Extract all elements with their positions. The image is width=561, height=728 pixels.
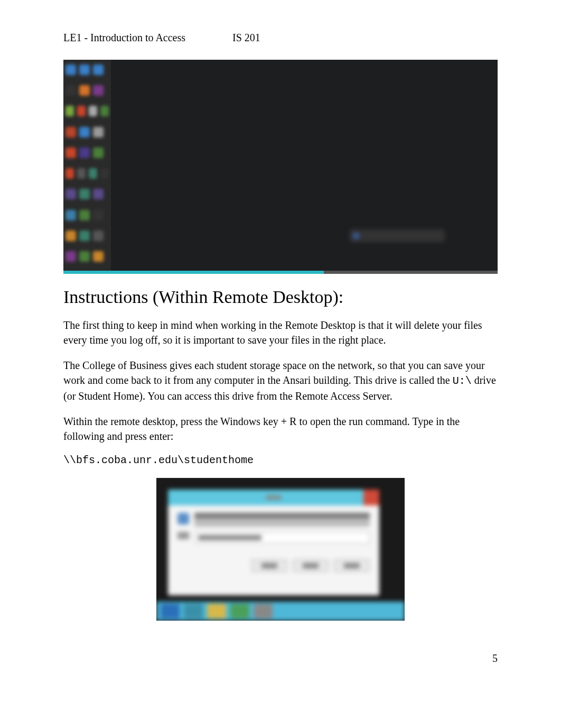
app-icon	[93, 64, 104, 75]
app-icon	[79, 85, 90, 96]
paragraph-2: The College of Business gives each stude…	[63, 358, 498, 403]
app-icon	[100, 168, 109, 179]
app-icon	[79, 64, 90, 75]
app-icon	[89, 106, 97, 116]
app-icon	[66, 85, 76, 96]
run-titlebar	[168, 490, 379, 505]
app-icon	[66, 210, 76, 220]
app-icon	[79, 251, 90, 262]
app-icon	[66, 251, 76, 262]
app-icon	[93, 127, 104, 137]
close-icon	[363, 490, 379, 505]
app-icon	[93, 148, 104, 158]
app-icon	[66, 106, 74, 116]
run-description	[194, 513, 370, 527]
app-icon	[66, 148, 76, 158]
app-icon	[79, 148, 90, 158]
app-icon	[93, 231, 104, 241]
page-header: LE1 - Introduction to Access IS 201	[63, 32, 498, 44]
app-icon	[66, 168, 74, 179]
app-icon	[79, 210, 90, 220]
section-heading: Instructions (Within Remote Desktop):	[63, 287, 498, 307]
notification-bar	[350, 229, 445, 242]
taskbar	[156, 602, 405, 621]
taskbar-item	[207, 604, 226, 619]
command-line: \\bfs.coba.unr.edu\studenthome	[63, 454, 498, 466]
remote-desktop-screenshot	[63, 60, 498, 274]
drive-code: U:\	[453, 375, 472, 387]
browse-button	[334, 559, 370, 572]
app-icon	[93, 210, 104, 220]
taskbar-edge	[63, 271, 498, 274]
app-icon	[77, 106, 86, 116]
run-body	[168, 505, 379, 554]
start-button	[161, 604, 180, 619]
app-icon	[79, 231, 90, 241]
run-buttons	[168, 554, 379, 577]
run-dialog-window	[168, 490, 379, 595]
cancel-button	[293, 559, 329, 572]
ok-button	[251, 559, 287, 572]
app-icon	[77, 168, 86, 179]
notification-icon	[353, 233, 359, 239]
app-icon	[66, 231, 76, 241]
run-input-text	[198, 535, 261, 540]
app-icon	[79, 127, 90, 137]
paragraph-2-a: The College of Business gives each stude…	[63, 360, 485, 386]
app-icon	[100, 106, 109, 116]
run-dialog-screenshot	[156, 478, 405, 621]
app-icon	[66, 64, 76, 75]
app-icon	[93, 189, 104, 199]
taskbar-item	[230, 604, 249, 619]
page-number: 5	[63, 652, 498, 665]
open-label	[177, 532, 189, 539]
app-icon	[93, 85, 104, 96]
run-icon	[177, 513, 189, 524]
header-left: LE1 - Introduction to Access	[63, 32, 232, 44]
paragraph-1: The first thing to keep in mind when wor…	[63, 318, 498, 347]
desktop-sidebar	[63, 60, 111, 274]
app-icon	[66, 127, 76, 137]
paragraph-3: Within the remote desktop, press the Win…	[63, 414, 498, 444]
app-icon	[79, 189, 90, 199]
taskbar-item	[184, 604, 203, 619]
app-icon	[89, 168, 97, 179]
taskbar-item	[254, 604, 273, 619]
header-right: IS 201	[232, 32, 260, 44]
app-icon	[93, 251, 104, 262]
app-icon	[66, 189, 76, 199]
run-title-text	[266, 495, 282, 500]
run-input	[194, 532, 370, 543]
desktop-main-area	[111, 60, 498, 274]
